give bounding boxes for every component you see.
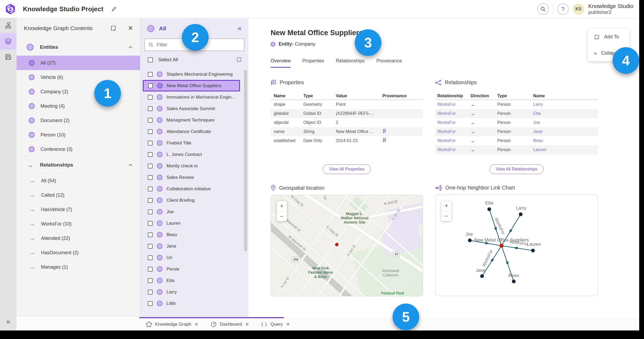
provenance-flag-icon[interactable] [382, 138, 387, 143]
scrollbar-thumb[interactable] [244, 70, 247, 251]
search-button[interactable] [537, 3, 549, 15]
graph-node[interactable] [512, 280, 516, 283]
relationships-section-header[interactable]: → Relationships [17, 156, 140, 173]
list-item[interactable]: Managment Techniques [140, 114, 248, 126]
list-item[interactable]: New Metal Office Suppliers [143, 80, 240, 91]
list-item[interactable]: Lilith [140, 298, 248, 309]
relationship-filter-item[interactable]: →All (54) [17, 173, 140, 188]
item-checkbox[interactable] [148, 209, 153, 214]
zoom-out-button[interactable]: − [441, 211, 451, 221]
link-chart-canvas[interactable]: WorksForWorksForWorksForEttaLarryJoeLaur… [435, 195, 598, 296]
list-item[interactable]: Firebird Title [140, 137, 248, 149]
entity-filter-item[interactable]: Person (10) [17, 128, 140, 142]
list-item[interactable]: Etta [140, 275, 248, 286]
close-tab-icon[interactable]: ✕ [194, 321, 198, 327]
item-checkbox[interactable] [148, 95, 153, 100]
item-checkbox[interactable] [148, 232, 153, 237]
item-checkbox[interactable] [148, 106, 153, 111]
entity-filter-item[interactable]: Document (2) [17, 113, 140, 128]
entity-filter-item[interactable]: Company (2) [17, 84, 140, 99]
item-checkbox[interactable] [148, 221, 153, 226]
item-checkbox[interactable] [148, 267, 153, 272]
relationship-link[interactable]: WorksFor [435, 102, 471, 107]
user-avatar[interactable]: KS [573, 3, 584, 15]
list-item[interactable]: Beau [140, 229, 248, 240]
relationship-link[interactable]: WorksFor [435, 111, 471, 116]
relationship-filter-item[interactable]: →Attended (22) [17, 231, 140, 245]
relationship-link[interactable]: WorksFor [435, 129, 471, 134]
relationship-filter-item[interactable]: →WorksFor (10) [17, 217, 140, 231]
relationship-link[interactable]: WorksFor [435, 138, 471, 143]
item-checkbox[interactable] [148, 255, 153, 260]
relationship-link[interactable]: WorksFor [435, 147, 471, 152]
related-name-link[interactable]: Beau [533, 138, 565, 143]
close-panel-icon[interactable]: ✕ [128, 25, 133, 32]
relationship-filter-item[interactable]: →HasVehicle (7) [17, 202, 140, 217]
item-checkbox[interactable] [148, 141, 153, 146]
graph-node[interactable] [487, 207, 491, 211]
close-tab-icon[interactable]: ✕ [245, 321, 249, 327]
zoom-in-button[interactable]: + [277, 201, 287, 211]
relationship-filter-item[interactable]: →Manages (1) [17, 260, 140, 274]
list-item[interactable]: Attendance Certificate [140, 126, 248, 137]
contents-layers-button[interactable] [0, 33, 17, 50]
list-item[interactable]: Larry [140, 286, 248, 298]
entities-section-header[interactable]: Entities [17, 39, 140, 56]
related-name-link[interactable]: Etta [533, 111, 565, 116]
list-item[interactable]: Sales Review [140, 172, 248, 183]
geospatial-map[interactable]: W Clay StSaMarshall StW Marshall StE Cla… [271, 195, 423, 296]
related-name-link[interactable]: Lauren [533, 147, 565, 152]
item-checkbox[interactable] [148, 198, 153, 203]
entity-filter-item[interactable]: Meeting (4) [17, 99, 140, 113]
list-item[interactable]: Client Briefing [140, 195, 248, 206]
item-checkbox[interactable] [148, 129, 153, 134]
tab-overview[interactable]: Overview [271, 58, 291, 68]
add-to-menu-item[interactable]: Add To [588, 29, 629, 45]
item-checkbox[interactable] [148, 175, 153, 180]
graph-node[interactable] [531, 249, 535, 252]
related-name-link[interactable]: Joe [533, 120, 565, 125]
entity-filter-item[interactable]: All (27) [17, 56, 140, 70]
select-all-checkbox[interactable] [148, 57, 153, 62]
list-item[interactable]: Jane [140, 240, 248, 252]
close-tab-icon[interactable]: ✕ [286, 321, 290, 327]
item-checkbox[interactable] [148, 164, 153, 168]
item-checkbox[interactable] [148, 118, 153, 123]
graph-node[interactable] [519, 212, 523, 216]
list-item[interactable]: Joe [140, 206, 248, 217]
data-model-button[interactable] [0, 18, 17, 33]
item-checkbox[interactable] [148, 301, 153, 306]
edit-title-icon[interactable] [111, 6, 117, 12]
list-item[interactable]: Lauren [140, 217, 248, 229]
list-item[interactable]: Uri [140, 252, 248, 263]
list-item[interactable]: Montly check-in [140, 160, 248, 172]
tab-provenance[interactable]: Provenance [376, 58, 402, 68]
tab-knowledge-graph[interactable]: Knowledge Graph ✕ [146, 321, 198, 327]
list-item[interactable]: Staplers Mechanical Engineering [140, 68, 248, 80]
expand-rail-button[interactable]: » [0, 317, 17, 326]
save-button[interactable] [0, 50, 17, 64]
item-checkbox[interactable] [148, 278, 153, 283]
add-selection-icon[interactable] [236, 57, 242, 63]
graph-center-node[interactable] [500, 244, 504, 248]
list-item[interactable]: Persie [140, 263, 248, 275]
add-layer-icon[interactable] [110, 25, 117, 31]
tab-properties[interactable]: Properties [302, 58, 324, 68]
view-all-properties-button[interactable]: View All Properties [323, 164, 370, 174]
tab-relationships[interactable]: Relationships [336, 58, 365, 68]
entity-filter-item[interactable]: Conference (3) [17, 142, 140, 156]
zoom-out-button[interactable]: − [277, 211, 287, 221]
related-name-link[interactable]: Jane [533, 129, 565, 134]
item-checkbox[interactable] [148, 72, 153, 77]
relationship-filter-item[interactable]: →Called (12) [17, 188, 140, 202]
item-checkbox[interactable] [148, 244, 153, 249]
zoom-in-button[interactable]: + [441, 201, 451, 211]
tab-dashboard[interactable]: Dashboard ✕ [211, 321, 249, 327]
tab-query[interactable]: { } Query ✕ [261, 321, 290, 327]
entity-filter-item[interactable]: Vehicle (6) [17, 70, 140, 84]
relationship-filter-item[interactable]: →HasDocument (2) [17, 245, 140, 260]
item-checkbox[interactable] [148, 152, 153, 157]
view-all-relationships-button[interactable]: View All Relationships [490, 164, 543, 174]
item-checkbox[interactable] [148, 290, 153, 294]
help-button[interactable]: ? [557, 3, 569, 15]
